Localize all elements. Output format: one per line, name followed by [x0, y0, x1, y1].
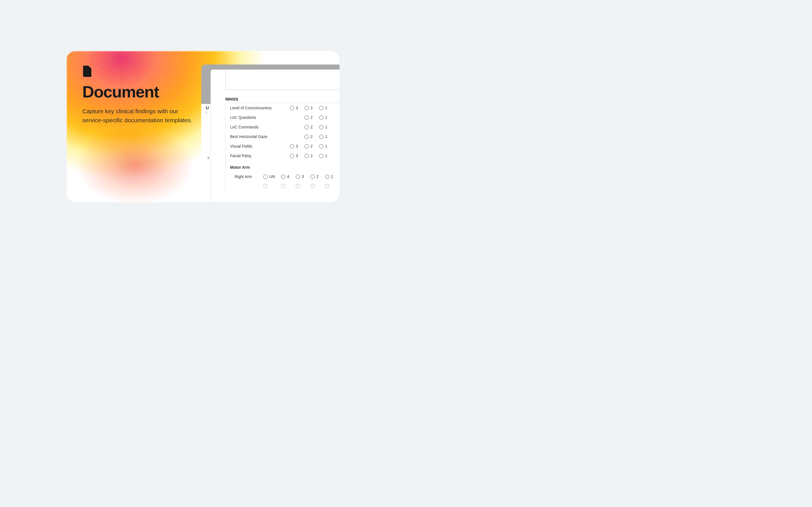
- radio-option[interactable]: 2: [305, 115, 319, 120]
- card-title: Document: [82, 83, 195, 100]
- radio-label: 1: [325, 154, 327, 158]
- radio-label: 1: [325, 125, 327, 129]
- radio-option[interactable]: 3: [290, 154, 305, 158]
- radio-label: 2: [310, 144, 313, 149]
- radio-option[interactable]: [310, 184, 325, 188]
- radio-icon: [319, 144, 323, 149]
- row-label: Facial Palsy: [230, 154, 290, 158]
- radio-option[interactable]: 1: [319, 144, 334, 149]
- form-panel: NIHSS Level of Consciousness 3 2 1 LoC Q…: [211, 69, 340, 203]
- row-label: LoC Questions: [230, 115, 290, 120]
- document-icon: [82, 66, 91, 77]
- radio-option[interactable]: [325, 184, 340, 188]
- radio-option[interactable]: 2: [305, 106, 319, 110]
- form-row-facial-palsy: Facial Palsy 3 2 1: [225, 151, 340, 161]
- radio-option[interactable]: 3: [296, 174, 310, 179]
- radio-label: 2: [310, 125, 313, 129]
- sidebar-question-mark: ?: [207, 156, 209, 160]
- form-section-title: NIHSS: [225, 97, 238, 101]
- radio-group: UN 4 3 2 1: [263, 174, 340, 179]
- form-row-right-arm: Right Arm UN 4 3 2 1: [225, 172, 340, 181]
- radio-icon: [305, 154, 309, 158]
- radio-option[interactable]: 2: [310, 174, 325, 179]
- form-row-loc-commands: LoC Commands 2 1: [225, 122, 340, 132]
- radio-icon: [310, 175, 315, 179]
- form-row-partial: [225, 181, 340, 191]
- radio-option[interactable]: 1: [319, 134, 334, 139]
- radio-label: 2: [310, 154, 313, 158]
- radio-option[interactable]: 2: [305, 154, 319, 158]
- radio-label: UN: [269, 174, 275, 179]
- card-content: Document Capture key clinical findings w…: [82, 66, 195, 124]
- radio-icon: [290, 154, 294, 158]
- row-label: LoC Commands: [230, 125, 290, 129]
- radio-option[interactable]: 3: [290, 106, 305, 110]
- radio-icon: [296, 184, 300, 188]
- form-subsection-motor-arm: Motor Arm: [225, 161, 340, 172]
- radio-label: 2: [310, 115, 313, 120]
- radio-icon: [263, 175, 267, 179]
- radio-option[interactable]: 2: [305, 134, 319, 139]
- radio-icon: [319, 115, 323, 120]
- radio-icon: [319, 125, 323, 129]
- nihss-form-table: Level of Consciousness 3 2 1 LoC Questio…: [225, 103, 340, 191]
- radio-group: [263, 184, 340, 188]
- radio-option[interactable]: [281, 184, 296, 188]
- radio-icon: [305, 135, 309, 139]
- radio-label: 1: [325, 115, 327, 120]
- radio-icon: [281, 184, 285, 188]
- feature-card: Document Capture key clinical findings w…: [66, 51, 340, 203]
- radio-group: 3 2 1: [290, 106, 334, 110]
- radio-label: 2: [316, 174, 319, 179]
- radio-icon: [319, 106, 323, 110]
- radio-icon: [290, 144, 294, 149]
- radio-group: 2 1: [290, 134, 334, 139]
- radio-label: 1: [325, 134, 327, 139]
- radio-option[interactable]: [296, 184, 310, 188]
- radio-option[interactable]: 1: [319, 154, 334, 158]
- form-row-visual-fields: Visual Fields 3 2 1: [225, 142, 340, 151]
- radio-label: 3: [302, 174, 304, 179]
- row-label: Visual Fields: [230, 144, 290, 149]
- radio-icon: [319, 154, 323, 158]
- radio-label: 1: [325, 144, 327, 149]
- form-row-gaze: Best Horizontal Gaze 2 1: [225, 132, 340, 142]
- radio-icon: [310, 184, 315, 188]
- sidebar-fragment: [201, 104, 211, 203]
- form-row-loc-questions: LoC Questions 2 1: [225, 113, 340, 122]
- radio-option[interactable]: 1: [325, 174, 340, 179]
- radio-group: 2 1: [290, 125, 334, 129]
- sidebar-text-1: U: [206, 105, 209, 110]
- row-label: Right Arm: [235, 174, 263, 179]
- radio-option[interactable]: 3: [290, 144, 305, 149]
- radio-icon: [325, 175, 329, 179]
- radio-icon: [281, 175, 285, 179]
- subsection-title: Motor Arm: [230, 165, 290, 170]
- radio-icon: [263, 184, 267, 188]
- card-description: Capture key clinical findings with our s…: [82, 107, 195, 124]
- radio-option[interactable]: 1: [319, 115, 334, 120]
- radio-option[interactable]: 2: [305, 144, 319, 149]
- radio-option[interactable]: 1: [319, 125, 334, 129]
- radio-option[interactable]: UN: [263, 174, 281, 179]
- radio-label: 3: [296, 154, 298, 158]
- radio-option[interactable]: [263, 184, 281, 188]
- radio-group: 3 2 1: [290, 144, 334, 149]
- radio-group: 2 1: [290, 115, 334, 120]
- radio-icon: [290, 106, 294, 110]
- row-label: Level of Consciousness: [230, 106, 290, 110]
- form-row-loc: Level of Consciousness 3 2 1: [225, 103, 340, 113]
- radio-option[interactable]: 4: [281, 174, 296, 179]
- radio-label: 1: [331, 174, 333, 179]
- sidebar-text-2: L: [206, 111, 207, 114]
- radio-label: 1: [325, 106, 327, 110]
- radio-label: 3: [296, 106, 298, 110]
- radio-label: 3: [296, 144, 298, 149]
- radio-option[interactable]: 1: [319, 106, 334, 110]
- radio-icon: [305, 106, 309, 110]
- text-input-area[interactable]: [225, 69, 340, 90]
- radio-option[interactable]: 2: [305, 125, 319, 129]
- radio-group: 3 2 1: [290, 154, 334, 158]
- radio-icon: [305, 125, 309, 129]
- radio-icon: [319, 135, 323, 139]
